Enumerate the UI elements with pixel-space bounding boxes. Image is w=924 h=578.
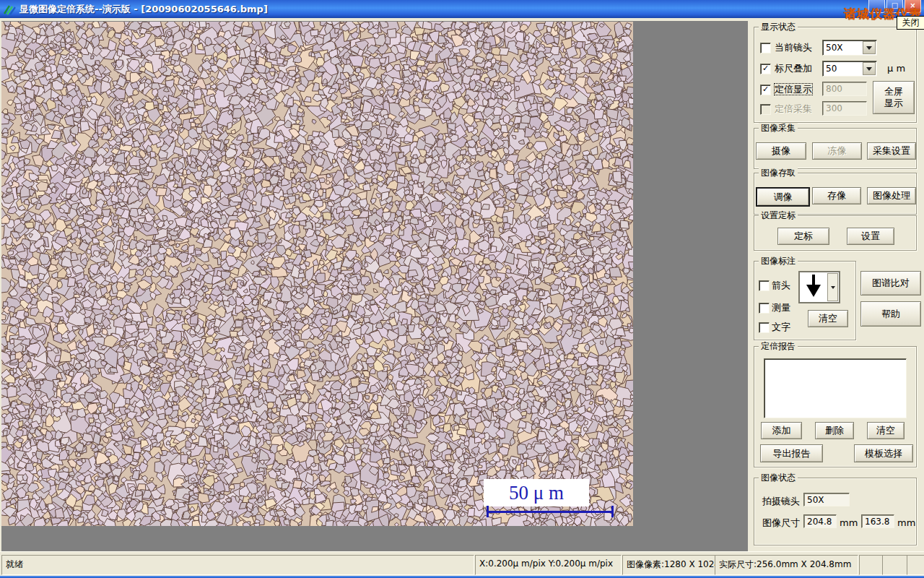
- display-status-title: 显示状态: [759, 22, 798, 32]
- image-workspace: 50 μ m: [1, 21, 748, 551]
- settings-button[interactable]: 设置: [847, 228, 894, 245]
- close-button[interactable]: ×: [905, 0, 921, 13]
- scale-overlay-value: 50: [826, 64, 837, 74]
- image-capture-title: 图像采集: [759, 123, 798, 133]
- chevron-down-icon[interactable]: [863, 62, 876, 75]
- current-lens-label: 当前镜头: [775, 42, 812, 53]
- arrow-checkbox[interactable]: [759, 280, 770, 291]
- fixed-capture-label: 定倍采集: [775, 103, 812, 114]
- annotation-group: 图像标注 箭头 测量 文字 清空: [754, 261, 856, 340]
- measure-checkbox[interactable]: [759, 303, 770, 314]
- title-bar: 显微图像定倍系统--演示版 - [20090602055646.bmp] _ □…: [0, 0, 924, 18]
- scale-unit-label: μ m: [887, 63, 905, 74]
- chevron-down-icon[interactable]: [827, 273, 838, 301]
- status-empty-panel: [882, 555, 907, 575]
- load-image-button[interactable]: 调像: [756, 187, 810, 207]
- image-width-field: 204.8: [803, 514, 837, 528]
- capture-settings-button[interactable]: 采集设置: [867, 142, 916, 160]
- display-status-group: 显示状态 当前镜头 50X ✓ 标尺叠加 50 μ m ✓ 定倍显示 800 定…: [754, 27, 917, 123]
- image-height-field: 163.8: [861, 514, 894, 528]
- window-title: 显微图像定倍系统--演示版 - [20090602055646.bmp]: [19, 3, 268, 16]
- report-clear-button[interactable]: 清空: [867, 422, 905, 439]
- export-report-button[interactable]: 导出报告: [760, 444, 823, 462]
- application-window: 显微图像定倍系统--演示版 - [20090602055646.bmp] _ □…: [0, 0, 924, 578]
- scale-overlay-label: 标尺叠加: [775, 63, 812, 74]
- scale-bar-tick-left: [487, 506, 489, 517]
- help-button[interactable]: 帮助: [860, 301, 921, 327]
- image-status-title: 图像状态: [759, 473, 798, 483]
- status-ready: 就绪: [1, 555, 474, 575]
- minimize-icon: _: [875, 1, 879, 9]
- arrow-style-combobox[interactable]: [798, 271, 840, 303]
- text-checkbox[interactable]: [759, 322, 770, 333]
- calibration-title: 设置定标: [759, 210, 798, 220]
- fixed-capture-checkbox: [760, 104, 771, 115]
- fullscreen-button[interactable]: 全屏显示: [873, 81, 915, 114]
- scale-overlay-combobox[interactable]: 50: [822, 61, 877, 77]
- status-empty-panel: [907, 555, 924, 575]
- scale-bar-line: [487, 511, 614, 513]
- arrow-label: 箭头: [772, 280, 790, 290]
- calibrate-button[interactable]: 定标: [777, 228, 829, 245]
- image-storage-group: 图像存取 调像 存像 图像处理: [754, 173, 917, 215]
- template-select-button[interactable]: 模板选择: [854, 444, 913, 462]
- fixed-display-checkbox[interactable]: ✓: [760, 85, 771, 95]
- minimize-button[interactable]: _: [868, 0, 885, 13]
- report-delete-button[interactable]: 删除: [815, 422, 854, 439]
- restore-button[interactable]: □: [886, 0, 903, 13]
- status-pixel-scale: X:0.200μ m/pix Y:0.200μ m/pix: [475, 555, 622, 575]
- image-process-button[interactable]: 图像处理: [867, 187, 916, 204]
- height-unit-label: mm: [897, 517, 915, 528]
- current-lens-checkbox[interactable]: [760, 43, 771, 53]
- fixed-capture-input: 300: [822, 101, 867, 116]
- annotation-title: 图像标注: [759, 256, 798, 266]
- annotation-clear-button[interactable]: 清空: [808, 310, 848, 327]
- close-icon: ×: [910, 1, 915, 9]
- current-lens-value: 50X: [826, 43, 843, 53]
- restore-icon: □: [892, 1, 898, 9]
- lens-label: 拍摄镜头: [762, 495, 800, 508]
- calibration-group: 设置定标 定标 设置: [754, 215, 917, 251]
- close-tooltip: 关闭: [897, 16, 924, 30]
- down-arrow-icon: [804, 273, 823, 299]
- report-add-button[interactable]: 添加: [761, 422, 802, 439]
- image-size-label: 图像尺寸: [762, 517, 800, 530]
- camera-button[interactable]: 摄像: [756, 142, 806, 160]
- scale-bar-tick-right: [611, 506, 614, 517]
- image-status-group: 图像状态 拍摄镜头 50X 图像尺寸 204.8 mm 163.8 mm: [754, 478, 917, 545]
- freeze-button: 冻像: [812, 142, 862, 160]
- chevron-down-icon[interactable]: [863, 41, 876, 54]
- image-capture-group: 图像采集 摄像 冻像 采集设置: [754, 128, 917, 169]
- scale-bar-label-box: 50 μ m: [484, 479, 589, 506]
- measure-label: 测量: [772, 302, 790, 313]
- status-actual-size: 实际尺寸:256.0mm X 204.8mm: [715, 555, 858, 575]
- text-label: 文字: [772, 322, 790, 332]
- window-controls: _ □ ×: [868, 0, 921, 13]
- scale-bar-text: 50 μ m: [509, 482, 564, 504]
- save-image-button[interactable]: 存像: [812, 187, 861, 204]
- status-bar: 就绪 X:0.200μ m/pix Y:0.200μ m/pix 图像像素:12…: [0, 551, 924, 577]
- status-image-pixels: 图像像素:1280 X 1024: [622, 555, 715, 575]
- app-icon: [3, 4, 16, 15]
- micrograph-image[interactable]: [1, 22, 633, 526]
- image-storage-title: 图像存取: [759, 168, 798, 178]
- report-title: 定倍报告: [759, 341, 798, 351]
- control-panel: 显示状态 当前镜头 50X ✓ 标尺叠加 50 μ m ✓ 定倍显示 800 定…: [748, 21, 923, 551]
- report-group: 定倍报告 添加 删除 清空 导出报告 模板选择: [754, 346, 917, 467]
- width-unit-label: mm: [840, 517, 858, 528]
- fixed-display-input: 800: [822, 82, 867, 96]
- fixed-display-label: 定倍显示: [775, 84, 812, 95]
- report-listbox[interactable]: [764, 358, 907, 418]
- atlas-compare-button[interactable]: 图谱比对: [860, 271, 921, 296]
- scale-overlay-checkbox[interactable]: ✓: [760, 64, 771, 74]
- current-lens-combobox[interactable]: 50X: [822, 40, 877, 56]
- status-empty-panel: [859, 555, 883, 575]
- lens-value-field: 50X: [803, 493, 850, 506]
